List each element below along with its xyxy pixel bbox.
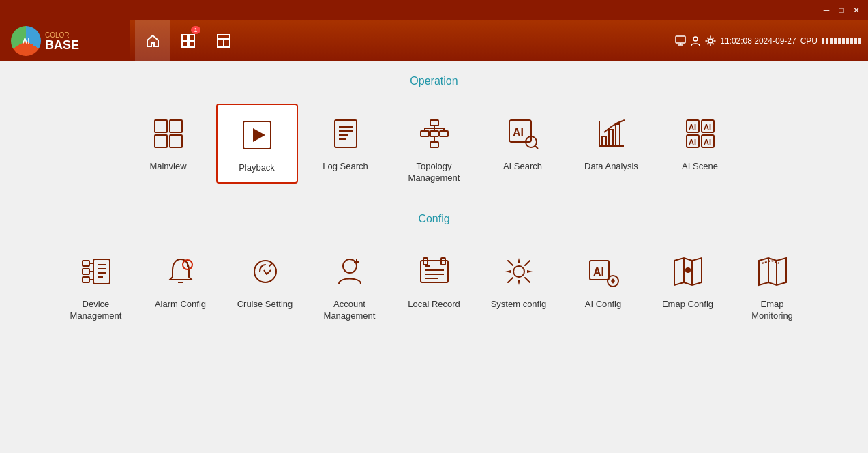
minimize-button[interactable]: ─ xyxy=(820,4,833,16)
mainview-icon xyxy=(147,112,190,156)
svg-rect-3 xyxy=(189,42,194,47)
close-button[interactable]: ✕ xyxy=(850,4,863,16)
alarm-config-label: Alarm Config xyxy=(155,299,206,310)
cruise-setting-item[interactable]: Cruise Setting xyxy=(224,242,306,319)
svg-text:AI: AI xyxy=(689,138,696,146)
svg-rect-52 xyxy=(83,269,89,274)
config-title: Config xyxy=(0,213,868,225)
svg-rect-12 xyxy=(155,120,167,132)
emap-monitoring-item[interactable]: EmapMonitoring xyxy=(732,242,813,330)
ai-config-item[interactable]: AI AI Config xyxy=(563,242,644,319)
account-management-icon xyxy=(328,250,372,293)
playback-label: Playback xyxy=(239,162,275,174)
ai-search-item[interactable]: AI AI Search xyxy=(482,104,564,181)
config-grid: DeviceManagement Alarm Config xyxy=(0,242,868,330)
log-search-item[interactable]: Log Search xyxy=(305,104,387,181)
system-config-item[interactable]: System config xyxy=(478,242,560,319)
svg-rect-57 xyxy=(93,259,110,284)
top-nav-bar: AI COLOR BASE 1 xyxy=(0,20,868,61)
nav-icons: 1 xyxy=(130,20,675,61)
playback-icon xyxy=(235,113,279,157)
local-record-label: Local Record xyxy=(408,299,460,310)
data-analysis-icon xyxy=(590,112,633,156)
device-management-item[interactable]: DeviceManagement xyxy=(55,242,137,330)
emap-config-item[interactable]: Emap Config xyxy=(647,242,729,319)
logo-area: AI COLOR BASE xyxy=(0,20,130,61)
emap-monitoring-label: EmapMonitoring xyxy=(751,299,793,322)
topbar-right: 11:02:08 2024-09-27 CPU xyxy=(675,35,868,46)
emap-config-icon xyxy=(666,250,710,293)
alarm-config-item[interactable]: Alarm Config xyxy=(140,242,222,319)
cruise-setting-label: Cruise Setting xyxy=(237,299,293,310)
config-section: Config xyxy=(0,213,868,330)
cpu-label: CPU xyxy=(800,36,818,46)
datetime-display: 11:02:08 2024-09-27 xyxy=(720,36,796,46)
svg-marker-17 xyxy=(253,128,265,142)
emap-monitoring-icon xyxy=(751,250,794,293)
data-analysis-item[interactable]: Data Analysis xyxy=(571,104,653,181)
topology-management-label: Topology Management xyxy=(399,161,470,184)
operation-title: Operation xyxy=(0,75,868,87)
svg-text:AI: AI xyxy=(704,123,711,131)
maximize-button[interactable]: □ xyxy=(835,4,848,16)
svg-rect-25 xyxy=(430,131,438,136)
system-config-icon xyxy=(497,250,541,293)
ai-search-icon: AI xyxy=(501,112,545,156)
logo-icon: AI xyxy=(11,26,41,56)
data-analysis-label: Data Analysis xyxy=(584,161,638,173)
svg-rect-15 xyxy=(170,135,182,147)
system-config-label: System config xyxy=(491,299,547,310)
svg-rect-14 xyxy=(155,135,167,147)
svg-rect-2 xyxy=(182,42,188,47)
svg-rect-23 xyxy=(430,120,438,126)
device-management-icon xyxy=(74,250,118,293)
ai-scene-item[interactable]: AI AI AI AI AI Scene xyxy=(659,104,741,181)
svg-text:AI: AI xyxy=(689,123,696,131)
ai-config-label: AI Config xyxy=(585,299,621,310)
monitor-icon xyxy=(675,35,686,46)
operation-grid: Mainview Playback xyxy=(0,104,868,192)
alarm-config-icon xyxy=(159,250,203,293)
operation-section: Operation Mainview xyxy=(0,75,868,192)
topology-management-item[interactable]: Topology Management xyxy=(393,104,475,192)
cruise-setting-icon xyxy=(243,250,287,293)
ai-config-icon: AI xyxy=(582,250,625,293)
topology-management-icon xyxy=(413,112,456,156)
svg-rect-69 xyxy=(421,261,448,282)
svg-rect-1 xyxy=(189,35,194,40)
mainview-label: Mainview xyxy=(149,161,186,173)
nav-home-button[interactable] xyxy=(135,20,170,61)
local-record-icon xyxy=(413,250,456,293)
logo-main-text: BASE xyxy=(45,39,79,51)
svg-text:AI: AI xyxy=(593,266,604,278)
svg-rect-7 xyxy=(676,36,685,43)
svg-rect-40 xyxy=(602,136,606,146)
nav-grid-button[interactable]: 1 xyxy=(170,20,206,61)
mainview-item[interactable]: Mainview xyxy=(128,104,209,181)
svg-rect-32 xyxy=(430,142,438,147)
local-record-item[interactable]: Local Record xyxy=(393,242,475,319)
ai-search-label: AI Search xyxy=(503,161,542,173)
nav-layout-button[interactable] xyxy=(206,20,241,61)
device-management-label: DeviceManagement xyxy=(70,299,122,322)
svg-point-76 xyxy=(513,266,524,277)
log-search-label: Log Search xyxy=(323,161,368,173)
svg-point-10 xyxy=(693,37,698,41)
svg-rect-13 xyxy=(170,120,182,132)
svg-text:AI: AI xyxy=(513,127,524,138)
svg-rect-24 xyxy=(421,131,429,136)
svg-rect-18 xyxy=(335,120,357,147)
account-management-label: AccountManagement xyxy=(324,299,376,322)
playback-item[interactable]: Playback xyxy=(216,104,298,184)
nav-grid-badge: 1 xyxy=(191,26,200,34)
svg-rect-41 xyxy=(609,130,613,146)
svg-point-82 xyxy=(685,267,691,273)
account-management-item[interactable]: AccountManagement xyxy=(309,242,391,330)
svg-line-37 xyxy=(535,146,538,149)
svg-rect-0 xyxy=(182,35,188,40)
ai-scene-icon: AI AI AI AI xyxy=(678,112,722,156)
settings-icon xyxy=(705,35,716,46)
log-search-icon xyxy=(324,112,368,156)
user-icon xyxy=(690,35,701,46)
svg-rect-51 xyxy=(83,261,89,266)
